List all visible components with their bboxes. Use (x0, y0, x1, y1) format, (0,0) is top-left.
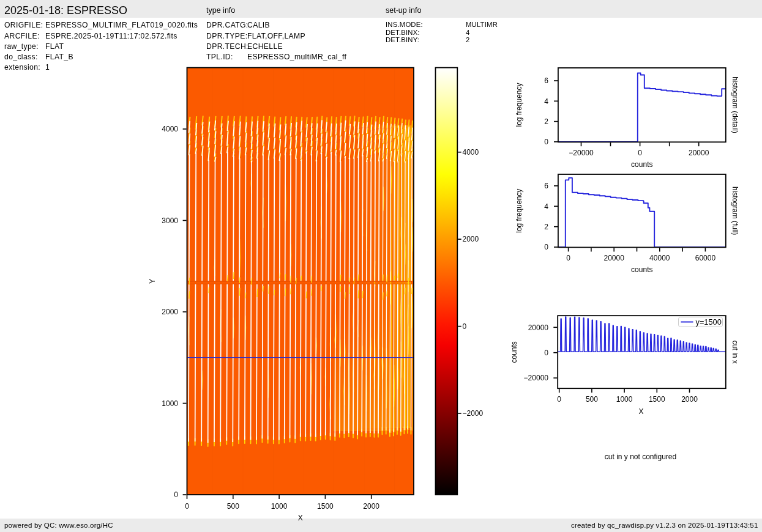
svg-text:cut in x: cut in x (731, 341, 739, 364)
svg-text:−20000: −20000 (569, 149, 594, 157)
svg-text:20000: 20000 (528, 323, 549, 332)
svg-text:60000: 60000 (695, 254, 716, 262)
svg-text:log frequency: log frequency (515, 189, 523, 233)
svg-text:−20000: −20000 (524, 374, 549, 382)
svg-text:6: 6 (544, 76, 548, 85)
svg-text:0: 0 (566, 254, 570, 262)
svg-text:0: 0 (174, 490, 178, 499)
svg-text:−2000: −2000 (463, 409, 484, 418)
svg-text:0: 0 (557, 395, 561, 404)
svg-text:0: 0 (544, 349, 548, 357)
svg-text:1500: 1500 (649, 395, 665, 404)
svg-text:20000: 20000 (689, 149, 709, 157)
svg-text:Y: Y (148, 279, 157, 284)
svg-text:500: 500 (586, 395, 598, 404)
svg-text:1000: 1000 (616, 395, 633, 404)
svg-text:counts: counts (631, 265, 652, 274)
svg-text:1000: 1000 (271, 502, 288, 511)
svg-text:1000: 1000 (162, 399, 178, 408)
svg-text:X: X (638, 407, 643, 416)
svg-text:0: 0 (638, 149, 642, 157)
svg-text:2: 2 (544, 223, 548, 231)
svg-text:3000: 3000 (162, 216, 178, 225)
svg-text:0: 0 (185, 502, 189, 511)
svg-text:2000: 2000 (162, 308, 178, 316)
svg-text:4000: 4000 (162, 125, 178, 133)
svg-text:log frequency: log frequency (515, 83, 523, 127)
svg-text:2000: 2000 (363, 502, 379, 511)
svg-text:0: 0 (544, 243, 548, 251)
svg-text:y=1500: y=1500 (696, 317, 722, 327)
svg-text:histogram (full): histogram (full) (731, 187, 739, 235)
svg-text:4000: 4000 (463, 148, 479, 157)
svg-text:40000: 40000 (649, 254, 670, 262)
svg-text:0: 0 (463, 322, 467, 331)
svg-text:4: 4 (544, 202, 548, 211)
svg-text:X: X (298, 514, 303, 522)
svg-text:counts: counts (631, 160, 652, 169)
svg-text:2000: 2000 (463, 235, 479, 243)
svg-text:cut in y not configured: cut in y not configured (605, 453, 676, 461)
svg-text:6: 6 (544, 182, 548, 190)
svg-text:histogram (detail): histogram (detail) (731, 76, 739, 133)
svg-text:500: 500 (227, 502, 239, 511)
svg-text:1500: 1500 (317, 502, 334, 511)
svg-text:0: 0 (544, 138, 548, 146)
svg-text:2000: 2000 (681, 395, 698, 404)
svg-text:4: 4 (544, 97, 548, 106)
svg-text:20000: 20000 (604, 254, 625, 262)
svg-text:counts: counts (510, 341, 518, 363)
svg-text:2: 2 (544, 117, 548, 126)
